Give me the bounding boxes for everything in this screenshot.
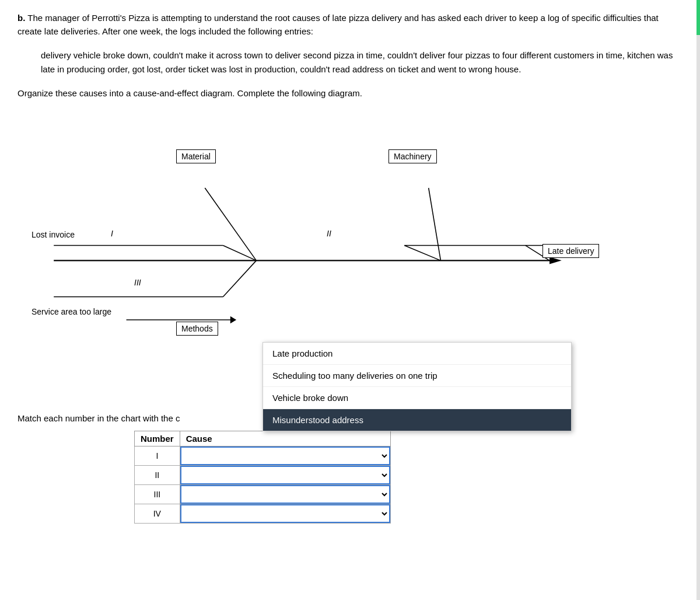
svg-marker-1 — [550, 257, 562, 264]
svg-marker-12 — [230, 316, 236, 323]
row-III-select[interactable]: Late production Scheduling too many deli… — [180, 485, 390, 504]
row-II-select-cell[interactable]: Late production Scheduling too many deli… — [180, 466, 390, 485]
table-row: III Late production Scheduling too many … — [135, 485, 391, 504]
row-IV-select[interactable]: Late production Scheduling too many deli… — [180, 504, 390, 523]
row-III-number: III — [135, 485, 180, 504]
service-area-label: Service area too large — [32, 307, 111, 316]
option-vehicle-broke[interactable]: Vehicle broke down — [263, 387, 571, 409]
material-box: Material — [176, 149, 216, 163]
fishbone-diagram: Material Machinery Methods Late delivery… — [18, 114, 682, 395]
table-row: IV Late production Scheduling too many d… — [135, 504, 391, 524]
scrollbar-thumb[interactable] — [696, 0, 700, 35]
table-row: II Late production Scheduling too many d… — [135, 466, 391, 485]
row-II-number: II — [135, 466, 180, 485]
row-IV-select-cell[interactable]: Late production Scheduling too many deli… — [180, 504, 390, 524]
svg-line-10 — [223, 260, 256, 296]
lost-invoice-label: Lost invoice — [32, 230, 75, 239]
option-late-production[interactable]: Late production — [263, 343, 571, 365]
machinery-box: Machinery — [388, 149, 437, 163]
col-number-header: Number — [135, 431, 180, 446]
match-table: Number Cause I Late production Schedulin… — [134, 431, 391, 524]
col-cause-header: Cause — [180, 431, 390, 446]
svg-line-7 — [429, 188, 441, 260]
late-delivery-box: Late delivery — [542, 244, 599, 258]
scrollbar[interactable] — [696, 0, 700, 535]
row-I-select-cell[interactable]: Late production Scheduling too many deli… — [180, 446, 390, 466]
row-I-select[interactable]: Late production Scheduling too many deli… — [180, 446, 390, 465]
roman-I: I — [111, 229, 113, 238]
row-II-select[interactable]: Late production Scheduling too many deli… — [180, 466, 390, 484]
roman-II: II — [327, 229, 331, 238]
svg-line-6 — [404, 245, 440, 260]
dropdown-popup[interactable]: Late production Scheduling too many deli… — [262, 342, 572, 431]
intro-text: The manager of Perrotti's Pizza is attem… — [18, 13, 659, 36]
methods-box: Methods — [176, 322, 218, 336]
row-IV-number: IV — [135, 504, 180, 524]
roman-III: III — [134, 278, 141, 287]
svg-line-13 — [232, 291, 256, 320]
row-III-select-cell[interactable]: Late production Scheduling too many deli… — [180, 485, 390, 504]
option-scheduling[interactable]: Scheduling too many deliveries on one tr… — [263, 365, 571, 387]
intro-paragraph: b. The manager of Perrotti's Pizza is at… — [18, 12, 682, 38]
svg-line-4 — [205, 188, 256, 260]
organize-text: Organize these causes into a cause-and-e… — [18, 87, 682, 100]
dropdown-option-list[interactable]: Late production Scheduling too many deli… — [263, 343, 571, 431]
bold-prefix: b. — [18, 13, 25, 23]
option-misunderstood-address[interactable]: Misunderstood address — [263, 409, 571, 431]
row-I-number: I — [135, 446, 180, 466]
entries-text: delivery vehicle broke down, couldn't ma… — [41, 48, 682, 76]
table-row: I Late production Scheduling too many de… — [135, 446, 391, 466]
